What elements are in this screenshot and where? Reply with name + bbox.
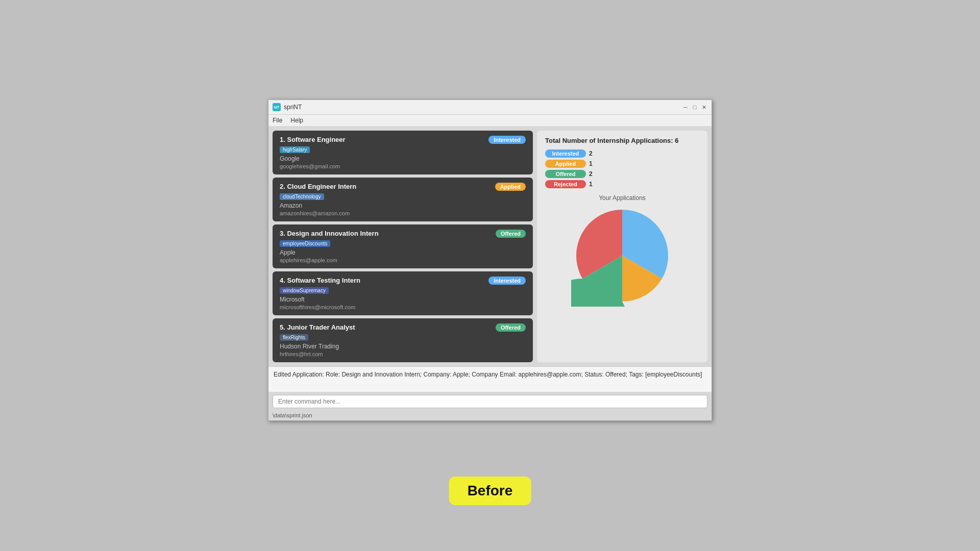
app-card-5-company: Hudson River Trading bbox=[280, 343, 526, 350]
legend-offered-count: 2 bbox=[589, 170, 593, 178]
bottom-message: Edited Application: Role: Design and Inn… bbox=[274, 371, 702, 378]
legend-applied-badge: Applied bbox=[545, 160, 586, 168]
stats-panel: Total Number of Internship Applications:… bbox=[537, 131, 707, 362]
chart-label: Your Applications bbox=[599, 194, 646, 202]
app-card-4-company: Microsoft bbox=[280, 296, 526, 303]
pie-chart-svg bbox=[571, 205, 673, 307]
app-card-2-email: amazonhires@amazon.com bbox=[280, 210, 526, 216]
bottom-panel: Edited Application: Role: Design and Inn… bbox=[268, 366, 712, 392]
app-icon: NT bbox=[273, 103, 281, 111]
app-window: NT spriNT ─ □ ✕ File Help 1. Software En… bbox=[268, 99, 712, 421]
app-card-4[interactable]: 4. Software Testing Intern Interested wi… bbox=[273, 271, 533, 315]
app-card-3[interactable]: 3. Design and Innovation Intern Offered … bbox=[273, 224, 533, 268]
app-card-2-status: Applied bbox=[495, 183, 526, 191]
app-card-5-header: 5. Junior Trader Analyst Offered bbox=[280, 323, 526, 332]
app-card-1-tag: highSalary bbox=[280, 146, 310, 153]
legend-interested-count: 2 bbox=[589, 150, 593, 157]
app-card-4-email: microsofthires@microsoft.com bbox=[280, 304, 526, 310]
app-card-5[interactable]: 5. Junior Trader Analyst Offered flexRig… bbox=[273, 318, 533, 362]
app-card-3-title: 3. Design and Innovation Intern bbox=[280, 230, 379, 237]
menu-help[interactable]: Help bbox=[290, 117, 303, 124]
file-path: \data\sprint.json bbox=[268, 411, 712, 420]
app-card-4-status: Interested bbox=[488, 277, 526, 285]
app-card-2-title: 2. Cloud Engineer Intern bbox=[280, 183, 356, 190]
legend-rejected: Rejected 1 bbox=[545, 180, 699, 188]
pie-chart bbox=[571, 205, 673, 307]
app-card-4-header: 4. Software Testing Intern Interested bbox=[280, 277, 526, 285]
command-input[interactable] bbox=[273, 395, 707, 408]
app-card-1[interactable]: 1. Software Engineer Interested highSala… bbox=[273, 131, 533, 174]
close-button[interactable]: ✕ bbox=[700, 104, 707, 111]
legend-rejected-badge: Rejected bbox=[545, 180, 586, 188]
stats-legend: Interested 2 Applied 1 Offered 2 Rejecte… bbox=[545, 149, 699, 188]
app-card-3-header: 3. Design and Innovation Intern Offered bbox=[280, 230, 526, 238]
app-card-5-email: hrthires@hrt.com bbox=[280, 351, 526, 357]
app-card-1-status: Interested bbox=[488, 136, 526, 144]
app-card-1-email: googlehires@gmail.com bbox=[280, 163, 526, 169]
before-badge: Before bbox=[449, 477, 531, 505]
menu-file[interactable]: File bbox=[273, 117, 282, 124]
command-input-row bbox=[268, 392, 712, 411]
maximize-button[interactable]: □ bbox=[691, 104, 698, 111]
app-card-3-status: Offered bbox=[496, 230, 526, 238]
app-card-3-company: Apple bbox=[280, 249, 526, 256]
app-card-2-company: Amazon bbox=[280, 202, 526, 209]
title-bar-left: NT spriNT bbox=[273, 103, 302, 111]
app-title: spriNT bbox=[284, 104, 302, 111]
app-card-3-email: applehires@apple.com bbox=[280, 257, 526, 263]
title-bar: NT spriNT ─ □ ✕ bbox=[268, 100, 712, 115]
app-card-4-tag: windowSupremacy bbox=[280, 287, 329, 294]
app-card-5-status: Offered bbox=[496, 323, 526, 332]
chart-area: Your Applications bbox=[545, 194, 699, 356]
legend-applied: Applied 1 bbox=[545, 160, 699, 168]
app-card-1-title: 1. Software Engineer bbox=[280, 136, 346, 143]
menu-bar: File Help bbox=[268, 115, 712, 127]
app-card-4-title: 4. Software Testing Intern bbox=[280, 277, 360, 284]
legend-applied-count: 1 bbox=[589, 160, 593, 167]
main-content: 1. Software Engineer Interested highSala… bbox=[268, 127, 712, 366]
app-card-5-title: 5. Junior Trader Analyst bbox=[280, 323, 355, 331]
legend-offered: Offered 2 bbox=[545, 170, 699, 178]
app-card-2[interactable]: 2. Cloud Engineer Intern Applied cloudTe… bbox=[273, 178, 533, 221]
app-card-1-header: 1. Software Engineer Interested bbox=[280, 136, 526, 144]
app-card-5-tag: flexRights bbox=[280, 334, 308, 341]
title-controls: ─ □ ✕ bbox=[682, 104, 707, 111]
applications-panel: 1. Software Engineer Interested highSala… bbox=[273, 131, 533, 362]
legend-interested: Interested 2 bbox=[545, 149, 699, 158]
legend-offered-badge: Offered bbox=[545, 170, 586, 178]
app-card-2-header: 2. Cloud Engineer Intern Applied bbox=[280, 183, 526, 191]
minimize-button[interactable]: ─ bbox=[682, 104, 689, 111]
stats-title: Total Number of Internship Applications:… bbox=[545, 137, 699, 144]
app-card-3-tag: employeeDiscounts bbox=[280, 240, 330, 247]
legend-rejected-count: 1 bbox=[589, 181, 593, 188]
app-card-1-company: Google bbox=[280, 155, 526, 162]
legend-interested-badge: Interested bbox=[545, 149, 586, 158]
app-card-2-tag: cloudTechnology bbox=[280, 193, 324, 200]
app-icon-text: NT bbox=[274, 105, 280, 110]
